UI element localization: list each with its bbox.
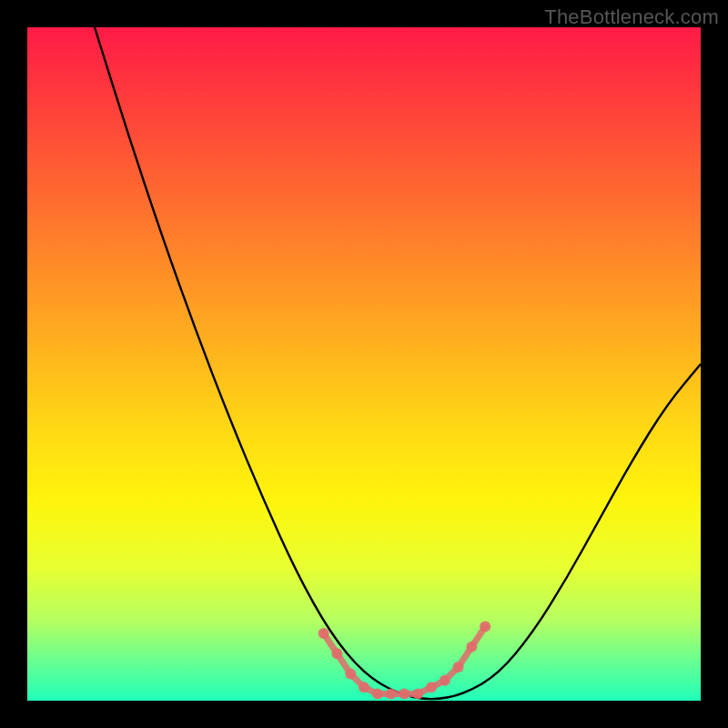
trough-marker — [331, 648, 342, 659]
trough-marker — [480, 622, 490, 632]
trough-marker — [453, 662, 464, 672]
trough-marker — [359, 682, 369, 693]
plot-area — [27, 27, 701, 701]
trough-marker — [440, 675, 450, 686]
bottleneck-curve-svg — [27, 27, 701, 701]
watermark-text: TheBottleneck.com — [544, 5, 719, 29]
trough-marker — [399, 689, 410, 700]
trough-marker — [466, 642, 477, 652]
trough-marker — [412, 689, 423, 700]
chart-frame: TheBottleneck.com — [0, 0, 728, 728]
trough-marker — [386, 689, 397, 700]
trough-marker — [426, 682, 437, 693]
trough-markers-group — [318, 622, 491, 700]
trough-marker — [372, 689, 383, 700]
bottleneck-curve-path — [95, 27, 701, 699]
trough-connector — [324, 627, 486, 694]
trough-marker — [345, 668, 356, 679]
trough-marker — [318, 628, 329, 639]
